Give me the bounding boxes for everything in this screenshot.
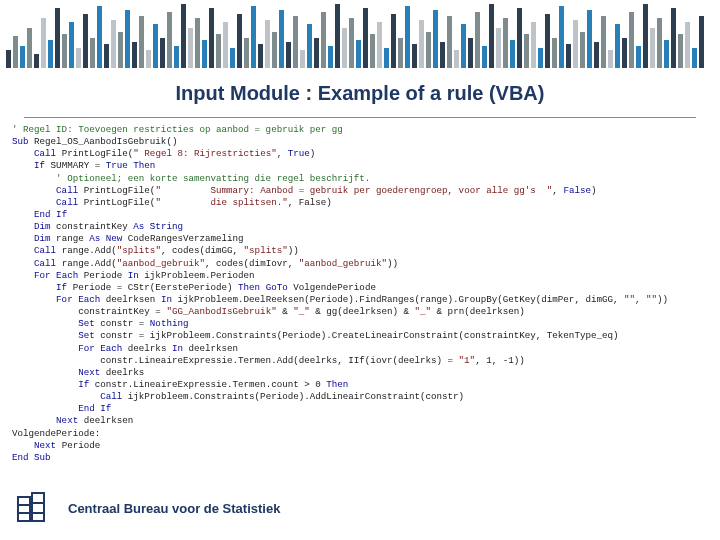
decorative-bar (209, 8, 214, 68)
decorative-bar (447, 16, 452, 68)
decorative-bar (34, 54, 39, 68)
code-line: Next deelrks (12, 367, 720, 379)
decorative-bar (524, 34, 529, 68)
decorative-bar (559, 6, 564, 68)
code-line: Call range.Add("aanbod_gebruik", codes(d… (12, 258, 720, 270)
code-line: For Each Periode In ijkProbleem.Perioden (12, 270, 720, 282)
code-line: If constr.LineaireExpressie.Termen.count… (12, 379, 720, 391)
decorative-bar (146, 50, 151, 68)
decorative-bar (202, 40, 207, 68)
decorative-bar (216, 34, 221, 68)
decorative-bar (258, 44, 263, 68)
decorative-bar (685, 22, 690, 68)
decorative-bar (125, 10, 130, 68)
decorative-bar (468, 38, 473, 68)
decorative-bar (41, 18, 46, 68)
code-line: Call range.Add("splits", codes(dimGG, "s… (12, 245, 720, 257)
decorative-bar (328, 46, 333, 68)
decorative-bar (307, 24, 312, 68)
decorative-bar (636, 46, 641, 68)
code-line: Sub Regel_OS_AanbodIsGebruik() (12, 136, 720, 148)
decorative-bar (475, 12, 480, 68)
code-line: End Sub (12, 452, 720, 464)
code-line: Call ijkProbleem.Constraints(Periode).Ad… (12, 391, 720, 403)
decorative-bar (251, 6, 256, 68)
decorative-bar (426, 32, 431, 68)
decorative-bar (272, 32, 277, 68)
decorative-bar (160, 38, 165, 68)
code-line: End If (12, 403, 720, 415)
cbs-logo-icon (12, 487, 54, 529)
decorative-bar (440, 42, 445, 68)
decorative-bar (90, 38, 95, 68)
slide-title: Input Module : Example of a rule (VBA) (0, 82, 720, 105)
decorative-bar (482, 46, 487, 68)
decorative-bar (48, 40, 53, 68)
decorative-bar (580, 32, 585, 68)
decorative-bar-header (0, 0, 720, 68)
decorative-bar (643, 4, 648, 68)
decorative-bar (69, 22, 74, 68)
decorative-bar (314, 38, 319, 68)
code-line: Dim constraintKey As String (12, 221, 720, 233)
decorative-bar (573, 20, 578, 68)
decorative-bar (76, 48, 81, 68)
code-line: Next Periode (12, 440, 720, 452)
decorative-bar (237, 14, 242, 68)
decorative-bar (6, 50, 11, 68)
decorative-bar (692, 48, 697, 68)
decorative-bar (587, 10, 592, 68)
decorative-bar (335, 4, 340, 68)
code-line: constraintKey = "GG_AanbodIsGebruik" & "… (12, 306, 720, 318)
decorative-bar (377, 22, 382, 68)
decorative-bar (566, 44, 571, 68)
decorative-bar (349, 18, 354, 68)
decorative-bar (279, 10, 284, 68)
code-line: constr.LineaireExpressie.Termen.Add(deel… (12, 355, 720, 367)
decorative-bar (545, 14, 550, 68)
code-line: Call PrintLogFile(" Regel 8: Rijrestrict… (12, 148, 720, 160)
decorative-bar (174, 46, 179, 68)
decorative-bar (244, 38, 249, 68)
decorative-bar (629, 12, 634, 68)
decorative-bar (265, 20, 270, 68)
code-line: End If (12, 209, 720, 221)
decorative-bar (489, 4, 494, 68)
decorative-bar (153, 24, 158, 68)
decorative-bar (104, 44, 109, 68)
decorative-bar (594, 42, 599, 68)
decorative-bar (118, 32, 123, 68)
code-line: ' Optioneel; een korte samenvatting die … (12, 173, 720, 185)
code-line: If Periode = CStr(EerstePeriode) Then Go… (12, 282, 720, 294)
decorative-bar (27, 28, 32, 68)
vba-code-block: ' Regel ID: Toevoegen restricties op aan… (0, 118, 720, 464)
code-line: For Each deelrksen In ijkProbleem.DeelRe… (12, 294, 720, 306)
decorative-bar (503, 18, 508, 68)
decorative-bar (293, 16, 298, 68)
decorative-bar (342, 28, 347, 68)
decorative-bar (699, 16, 704, 68)
decorative-bar (111, 20, 116, 68)
decorative-bar (664, 40, 669, 68)
decorative-bar (454, 50, 459, 68)
decorative-bar (230, 48, 235, 68)
decorative-bar (62, 34, 67, 68)
decorative-bar (356, 40, 361, 68)
code-line: Next deelrksen (12, 415, 720, 427)
decorative-bar (188, 28, 193, 68)
decorative-bar (671, 8, 676, 68)
code-line: For Each deelrks In deelrksen (12, 343, 720, 355)
decorative-bar (370, 34, 375, 68)
decorative-bar (384, 48, 389, 68)
decorative-bar (496, 28, 501, 68)
decorative-bar (531, 22, 536, 68)
decorative-bar (181, 4, 186, 68)
decorative-bar (510, 40, 515, 68)
decorative-bar (517, 8, 522, 68)
decorative-bar (608, 50, 613, 68)
decorative-bar (461, 24, 466, 68)
decorative-bar (433, 10, 438, 68)
decorative-bar (363, 8, 368, 68)
decorative-bar (538, 48, 543, 68)
code-line: Dim range As New CodeRangesVerzameling (12, 233, 720, 245)
